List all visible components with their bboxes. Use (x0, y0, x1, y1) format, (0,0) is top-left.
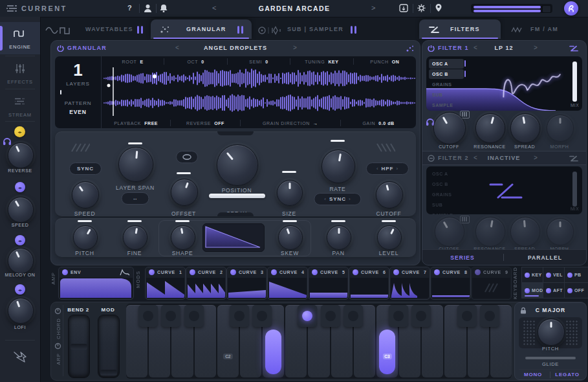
pattern-value[interactable]: EVEN (55, 109, 101, 115)
waveform[interactable] (102, 66, 416, 117)
macro-drag-icon[interactable]: ◂▸ (15, 235, 25, 245)
mod-wheel[interactable] (98, 315, 120, 378)
piano-keyboard[interactable]: C2C3 (126, 304, 512, 379)
filter2-mix-slider[interactable] (572, 172, 577, 207)
inactive-circle-icon[interactable] (428, 155, 435, 162)
filter1-sources[interactable]: OSC AOSC BGRAINSSUBSAMPLE (429, 59, 464, 111)
arp-power-icon[interactable] (54, 343, 61, 350)
sidebar-item-effects[interactable]: EFFECTS (0, 57, 40, 89)
mod-drag-icon[interactable] (475, 269, 481, 275)
settings-gear-icon[interactable] (417, 4, 426, 12)
save-icon[interactable] (399, 4, 408, 12)
spray-slider[interactable] (209, 194, 265, 198)
filter2-resonance-knob[interactable] (475, 217, 505, 247)
glide-slider[interactable] (525, 357, 576, 359)
filter2-type-next[interactable]: > (534, 154, 538, 161)
piano-key-black[interactable] (321, 305, 340, 327)
curve-slot-2[interactable]: CURVE2 (186, 267, 226, 300)
piano-key-black[interactable] (343, 305, 363, 327)
kb-mod-pb[interactable]: PB (564, 267, 588, 283)
curve-slot-3[interactable]: CURVE3 (226, 267, 267, 300)
mod-drag-icon[interactable] (62, 269, 68, 275)
filter1-spread-knob[interactable] (510, 113, 540, 143)
reverse-macro-knob[interactable] (8, 142, 34, 168)
meta-item[interactable]: GAIN0.0 dB (340, 120, 416, 126)
shape-knob[interactable] (171, 225, 195, 250)
skew-knob[interactable] (278, 225, 303, 250)
piano-key-black[interactable] (184, 305, 204, 327)
filter-source-osc-b[interactable]: OSC B (429, 179, 464, 189)
granular-preset-next[interactable]: > (293, 44, 297, 51)
sample-display[interactable]: 1 LAYERS PATTERN EVEN ROOTEOCT0SEMI0TUNI… (55, 56, 416, 128)
size-knob[interactable] (277, 180, 303, 206)
power-icon[interactable] (428, 45, 435, 52)
filter1-type-prev[interactable]: < (474, 44, 477, 51)
macro-drag-icon[interactable]: ◂▸ (15, 182, 25, 192)
power-icon[interactable] (57, 45, 64, 52)
filter1-type-next[interactable]: > (534, 44, 538, 51)
level-knob[interactable] (377, 225, 402, 250)
filter1-resonance-knob[interactable] (475, 113, 505, 143)
mod-drag-icon[interactable] (567, 288, 572, 293)
filter1-cutoff-knob[interactable] (433, 112, 466, 144)
next-chevron[interactable]: › (349, 196, 351, 202)
piano-key-black[interactable] (389, 305, 408, 327)
tab-wavetables[interactable]: WAVETABLES (78, 19, 147, 39)
meta-item[interactable]: PLAYBACKFREE (102, 120, 170, 126)
filter-source-grains[interactable]: GRAINS (429, 80, 464, 89)
routing-series-button[interactable]: SERIES (422, 254, 503, 261)
sidebar-item-engine[interactable]: ENGINE (0, 22, 40, 54)
legato-button[interactable]: LEGATO (555, 372, 579, 377)
filter-source-grains[interactable]: GRAINS (429, 190, 464, 199)
mod-drag-icon[interactable] (393, 269, 399, 275)
pan-knob[interactable] (327, 225, 351, 250)
grain-speed-knob[interactable] (72, 181, 99, 208)
piano-key-black[interactable] (252, 305, 272, 327)
piano-key-black[interactable] (457, 305, 477, 327)
mod-drag-icon[interactable] (525, 288, 530, 293)
chord-label[interactable]: CHORD (56, 318, 61, 339)
granular-preset-prev[interactable]: < (175, 44, 179, 51)
curve-slot-1[interactable]: CURVE1 (145, 267, 186, 300)
tab-sub-sampler[interactable]: SUB | SAMPLER (285, 19, 361, 39)
rate-knob[interactable] (321, 150, 355, 183)
filter2-morph-knob[interactable] (547, 218, 574, 245)
mod-drag-icon[interactable] (353, 269, 358, 275)
filter1-type[interactable]: LP 12 (494, 45, 513, 51)
filter-type-button[interactable]: ‹HPF› (366, 163, 409, 175)
curve-slot-8[interactable]: CURVE8 (430, 267, 471, 300)
meta-item[interactable]: REVERSEOFF (170, 120, 239, 126)
grain-pitch-knob[interactable] (73, 225, 98, 250)
filter1-mix-slider[interactable] (572, 62, 577, 102)
curve-slot-9[interactable]: CURVE9 (471, 267, 512, 300)
amp-env-cell[interactable]: ENV (58, 267, 134, 300)
filter-source-osc-a[interactable]: OSC A (429, 169, 464, 179)
mono-button[interactable]: MONO (524, 372, 542, 377)
tab-fm-am[interactable]: FM / AM (505, 19, 573, 39)
help-icon[interactable]: ? (127, 4, 132, 12)
filter2-display[interactable]: OSC AOSC BGRAINSSUBSAMPLE MIX (426, 166, 582, 214)
mod-drag-icon[interactable] (567, 273, 572, 278)
user-icon[interactable] (144, 4, 152, 12)
offset-knob[interactable] (171, 179, 198, 206)
randomize-dots-icon[interactable] (406, 45, 415, 52)
filter-source-sample[interactable]: SAMPLE (429, 210, 464, 214)
curve-slot-4[interactable]: CURVE4 (267, 267, 308, 300)
lofi-macro-knob[interactable] (8, 298, 34, 324)
piano-key-black[interactable] (161, 305, 180, 327)
span-mode-button[interactable]: ↔ (122, 192, 149, 205)
curve-slot-7[interactable]: CURVE7 (389, 267, 430, 300)
next-chevron[interactable]: › (396, 166, 398, 172)
preset-name[interactable]: GARDEN ARCADE (256, 5, 333, 12)
grain-cutoff-knob[interactable] (376, 181, 403, 208)
sidebar-item-stream[interactable]: STREAM (0, 90, 40, 122)
mod-drag-icon[interactable] (525, 273, 530, 278)
granular-preset-name[interactable]: ANGEL DROPLETS (204, 45, 267, 51)
meta-item[interactable]: PUNCHON (353, 58, 416, 65)
mod-drag-icon[interactable] (312, 269, 318, 275)
piano-key-black[interactable] (480, 305, 499, 327)
position-knob[interactable] (217, 144, 258, 186)
pitch-bend-knob[interactable] (538, 319, 565, 346)
fine-knob[interactable] (123, 225, 147, 250)
macro-assign-icon[interactable]: ◂▸ (14, 126, 25, 137)
